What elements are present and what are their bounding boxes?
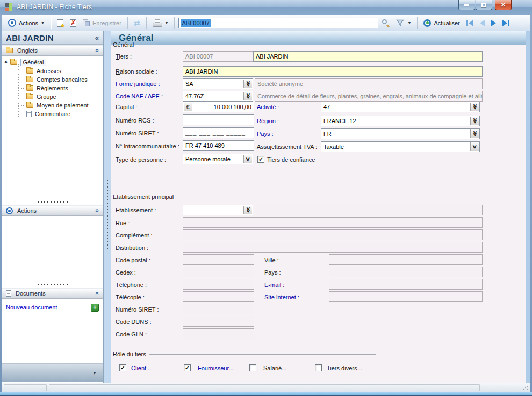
capital-field[interactable]: € 10 000 100,00 bbox=[183, 102, 254, 112]
numero-siret-field[interactable]: ___ ___ ___ _____ bbox=[183, 127, 254, 138]
status-bar bbox=[2, 383, 530, 392]
chevron-double-down-icon[interactable]: ∨∨ bbox=[470, 129, 479, 138]
tiers-confiance-label: Tiers de confiance bbox=[267, 156, 315, 163]
numero-rcs-label: Numéro RCS : bbox=[116, 117, 154, 124]
chevron-double-down-icon[interactable]: ∨∨ bbox=[470, 103, 479, 111]
open-folder-icon bbox=[10, 60, 17, 65]
splitter-grip[interactable] bbox=[107, 180, 108, 250]
tree-item-adresses[interactable]: Adresses bbox=[2, 67, 103, 75]
chevron-double-down-icon[interactable]: ∨∨ bbox=[470, 117, 479, 125]
folder-icon bbox=[26, 85, 33, 91]
etab-siret-field bbox=[183, 304, 254, 314]
sidebar-title: ABI JARDIN bbox=[6, 33, 95, 42]
forme-juridique-combo[interactable]: SA ∨∨ bbox=[183, 78, 253, 89]
tiers-name-field[interactable]: ABI JARDIN bbox=[253, 51, 483, 62]
panel-header-onglets[interactable]: Onglets » bbox=[2, 45, 103, 56]
tree-expander-icon[interactable]: ▶ bbox=[4, 60, 9, 64]
etab-pays-label: Pays : bbox=[264, 269, 281, 276]
client-label[interactable]: Client... bbox=[131, 365, 151, 371]
nav-next-button[interactable] bbox=[488, 18, 499, 28]
telephone-field bbox=[183, 279, 254, 290]
chevron-down-icon[interactable]: ∨ bbox=[470, 142, 479, 151]
delete-record-button[interactable]: ✗ bbox=[67, 18, 80, 28]
chevron-down-icon[interactable]: ∨ bbox=[243, 155, 252, 163]
window-bottom-border bbox=[0, 392, 532, 396]
type-personne-combo[interactable]: Personne morale ∨ bbox=[183, 154, 253, 164]
tiers-confiance-checkbox[interactable]: ✔ bbox=[257, 156, 264, 163]
close-button[interactable]: ✕ bbox=[495, 0, 512, 10]
collapse-sidebar-icon[interactable]: « bbox=[95, 34, 99, 42]
raison-sociale-field[interactable]: ABI JARDIN bbox=[183, 66, 483, 77]
assujettissement-tva-combo[interactable]: Taxable ∨ bbox=[321, 141, 480, 152]
minimize-button[interactable] bbox=[458, 0, 475, 10]
target-icon bbox=[6, 207, 13, 214]
tree-item-label: Groupe bbox=[37, 93, 56, 100]
save-button: Enregistrer bbox=[80, 18, 125, 28]
client-checkbox[interactable]: ✔ bbox=[119, 364, 126, 371]
nav-previous-button[interactable] bbox=[477, 18, 488, 28]
tree-item-groupe[interactable]: Groupe bbox=[2, 92, 103, 101]
last-record-icon bbox=[502, 20, 507, 26]
fournisseur-label[interactable]: Fournisseur... bbox=[198, 365, 234, 371]
nav-first-button[interactable] bbox=[463, 18, 477, 28]
pays-combo[interactable]: FR ∨∨ bbox=[321, 128, 480, 139]
folder-icon bbox=[26, 103, 33, 108]
chevron-double-down-icon[interactable]: ∨∨ bbox=[243, 80, 252, 88]
etablissement-combo[interactable]: ∨∨ bbox=[183, 205, 253, 215]
numero-rcs-field[interactable] bbox=[183, 114, 254, 125]
add-document-button[interactable]: + bbox=[91, 304, 99, 312]
search-button[interactable] bbox=[378, 17, 393, 28]
new-page-icon: ★ bbox=[57, 19, 63, 27]
chevron-double-down-icon[interactable]: ∨∨ bbox=[243, 206, 252, 214]
nav-last-button[interactable] bbox=[499, 18, 513, 28]
restore-button[interactable] bbox=[476, 0, 492, 10]
sidebar-splitter[interactable] bbox=[104, 31, 111, 383]
panel-splitter-handle[interactable] bbox=[2, 283, 103, 286]
actions-label: Actions bbox=[19, 20, 38, 26]
salarie-checkbox[interactable] bbox=[249, 364, 256, 371]
filter-button[interactable]: ▼ bbox=[393, 18, 414, 28]
actions-menu-button[interactable]: Actions ▼ bbox=[5, 17, 48, 28]
refresh-data-button[interactable]: Actualiser bbox=[420, 18, 463, 28]
print-button[interactable]: ▼ bbox=[149, 18, 172, 28]
caret-down-icon[interactable]: ▼ bbox=[92, 371, 97, 376]
sidebar: ABI JARDIN « Onglets » ▶ Général Adresse… bbox=[2, 31, 104, 383]
tree-item-comptes-bancaires[interactable]: Comptes bancaires bbox=[2, 75, 103, 84]
chevron-double-down-icon[interactable]: ∨∨ bbox=[243, 92, 252, 100]
folder-icon bbox=[26, 77, 33, 82]
actions-panel-label: Actions bbox=[17, 207, 91, 214]
resize-grip[interactable] bbox=[523, 385, 528, 391]
tiers-label: Tiers : bbox=[116, 53, 132, 60]
documents-panel-label: Documents bbox=[16, 290, 91, 297]
type-personne-label: Type de personne : bbox=[116, 156, 166, 163]
group-general: Général bbox=[113, 41, 521, 48]
tree-item-commentaire[interactable]: Commentaire bbox=[2, 110, 103, 118]
telephone-label: Téléphone : bbox=[116, 282, 147, 288]
toolbar-separator bbox=[127, 17, 128, 29]
new-document-link[interactable]: Nouveau document bbox=[6, 304, 91, 311]
tree-item-label: Règlements bbox=[37, 85, 68, 91]
tree-item-reglements[interactable]: Règlements bbox=[2, 84, 103, 92]
etab-pays-field bbox=[329, 267, 483, 277]
cedex-label: Cedex : bbox=[116, 269, 136, 276]
intracommunautaire-field[interactable]: FR 47 410 489 bbox=[183, 140, 254, 151]
distribution-label: Distribution : bbox=[116, 244, 148, 251]
panel-header-actions[interactable]: Actions » bbox=[2, 205, 103, 216]
activite-label: Activité : bbox=[257, 104, 279, 110]
euro-currency-button[interactable]: € bbox=[184, 103, 192, 111]
search-input[interactable]: ABI 00007 bbox=[178, 18, 378, 28]
fournisseur-checkbox[interactable]: ✔ bbox=[184, 364, 191, 371]
region-combo[interactable]: FRANCE 12 ∨∨ bbox=[321, 116, 480, 126]
tree-item-moyen-de-paiement[interactable]: Moyen de paiement bbox=[2, 101, 103, 110]
etablissement-name-field bbox=[255, 205, 483, 215]
tree-node-general[interactable]: ▶ Général bbox=[5, 58, 46, 67]
new-record-button[interactable]: ★ bbox=[54, 18, 67, 28]
code-naf-combo[interactable]: 47.76Z ∨∨ bbox=[183, 91, 253, 102]
printer-icon bbox=[153, 19, 162, 27]
panel-splitter-handle[interactable] bbox=[2, 200, 103, 204]
activite-combo[interactable]: 47 ∨∨ bbox=[321, 102, 480, 112]
tiers-divers-checkbox[interactable] bbox=[315, 364, 322, 371]
code-postal-label: Code postal : bbox=[116, 257, 150, 263]
capital-label: Capital : bbox=[116, 104, 137, 110]
panel-header-documents[interactable]: Documents » bbox=[2, 288, 103, 299]
